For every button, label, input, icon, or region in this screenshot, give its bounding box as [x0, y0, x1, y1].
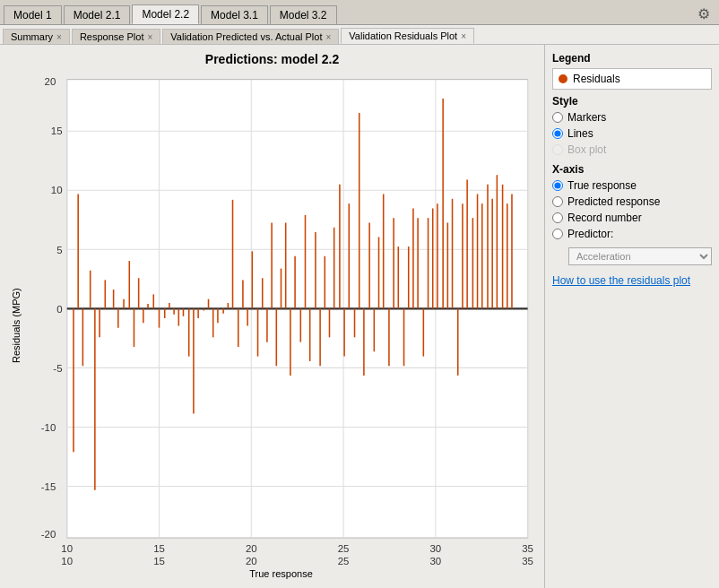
xaxis-true-response-label: True response [567, 179, 637, 192]
style-lines-option[interactable]: Lines [552, 127, 712, 140]
tab-validation-residuals[interactable]: Validation Residuals Plot × [341, 28, 474, 44]
svg-text:-5: -5 [53, 363, 62, 374]
main-content: Predictions: model 2.2 Residuals (MPG) [0, 45, 719, 588]
svg-text:10: 10 [61, 543, 73, 554]
xaxis-record-number-radio[interactable] [552, 212, 563, 223]
xaxis-radio-group: True response Predicted response Record … [552, 179, 712, 265]
model-tab-1[interactable]: Model 1 [4, 5, 62, 24]
sub-tab-bar: Summary × Response Plot × Validation Pre… [0, 25, 719, 45]
chart-wrapper: Residuals (MPG) [7, 70, 537, 581]
gear-icon[interactable]: ⚙ [692, 4, 715, 24]
help-link[interactable]: How to use the residuals plot [552, 274, 712, 287]
xaxis-predictor-radio[interactable] [552, 229, 563, 239]
legend-residuals-dot [559, 74, 567, 83]
svg-text:25: 25 [338, 556, 350, 566]
tab-validation-predicted-label: Validation Predicted vs. Actual Plot [170, 31, 322, 42]
legend-box: Residuals [552, 68, 712, 90]
model-tab-2-2[interactable]: Model 2.2 [132, 4, 199, 24]
xaxis-title: X-axis [552, 163, 712, 176]
svg-text:15: 15 [153, 556, 165, 566]
svg-text:5: 5 [56, 244, 62, 255]
style-boxplot-option[interactable]: Box plot [552, 143, 712, 156]
tab-response-plot[interactable]: Response Plot × [72, 29, 160, 44]
xaxis-predictor-label: Predictor: [567, 228, 613, 240]
svg-text:-15: -15 [41, 481, 56, 492]
svg-text:35: 35 [522, 543, 533, 554]
tab-summary-label: Summary [11, 31, 53, 42]
style-section: Style Markers Lines Box plot [552, 95, 712, 156]
tab-summary-close[interactable]: × [56, 32, 62, 42]
style-lines-radio[interactable] [552, 128, 563, 139]
tab-validation-residuals-label: Validation Residuals Plot [349, 30, 457, 41]
svg-text:35: 35 [522, 556, 533, 566]
y-axis-label: Residuals (MPG) [7, 70, 25, 581]
svg-text:-20: -20 [41, 529, 56, 540]
svg-text:30: 30 [429, 543, 441, 554]
svg-text:25: 25 [338, 543, 350, 554]
tab-response-plot-label: Response Plot [80, 31, 144, 42]
predictor-dropdown-row: Acceleration [568, 247, 712, 265]
model-tab-2-1[interactable]: Model 2.1 [64, 5, 131, 24]
svg-text:20: 20 [45, 76, 56, 87]
xaxis-predicted-response-label: Predicted response [567, 195, 660, 208]
svg-text:20: 20 [246, 556, 257, 566]
svg-text:20: 20 [246, 543, 257, 554]
svg-text:15: 15 [153, 543, 165, 554]
svg-text:15: 15 [51, 125, 63, 136]
style-radio-group: Markers Lines Box plot [552, 111, 712, 156]
tab-validation-residuals-close[interactable]: × [461, 31, 466, 41]
xaxis-predicted-response-option[interactable]: Predicted response [552, 195, 712, 208]
svg-text:0: 0 [56, 303, 62, 314]
style-markers-radio[interactable] [552, 112, 563, 123]
style-markers-option[interactable]: Markers [552, 111, 712, 124]
model-tab-bar: Model 1 Model 2.1 Model 2.2 Model 3.1 Mo… [0, 0, 719, 25]
x-axis-label: True response [25, 566, 537, 581]
tab-summary[interactable]: Summary × [3, 29, 70, 44]
xaxis-true-response-radio[interactable] [552, 180, 563, 191]
chart-area: Predictions: model 2.2 Residuals (MPG) [0, 45, 544, 588]
legend-section: Legend Residuals [552, 52, 712, 90]
predictor-dropdown[interactable]: Acceleration [568, 247, 712, 265]
chart-svg: 0 5 10 15 20 -5 -10 -15 -20 10 15 [25, 70, 537, 566]
svg-text:30: 30 [429, 556, 441, 566]
xaxis-true-response-option[interactable]: True response [552, 179, 712, 192]
right-panel: Legend Residuals Style Markers Lines [544, 45, 719, 588]
xaxis-record-number-label: Record number [567, 212, 642, 224]
style-title: Style [552, 95, 712, 108]
xaxis-predicted-response-radio[interactable] [552, 196, 563, 207]
svg-text:10: 10 [61, 556, 73, 566]
chart-title: Predictions: model 2.2 [7, 52, 537, 66]
chart-container: 0 5 10 15 20 -5 -10 -15 -20 10 15 [25, 70, 537, 581]
style-boxplot-radio [552, 144, 563, 155]
style-boxplot-label: Box plot [567, 143, 606, 156]
tab-validation-predicted[interactable]: Validation Predicted vs. Actual Plot × [162, 29, 339, 44]
xaxis-predictor-option[interactable]: Predictor: [552, 228, 712, 240]
main-window: Model 1 Model 2.1 Model 2.2 Model 3.1 Mo… [0, 0, 719, 588]
model-tab-3-2[interactable]: Model 3.2 [270, 5, 337, 24]
tab-validation-predicted-close[interactable]: × [325, 32, 331, 42]
svg-text:10: 10 [51, 185, 63, 195]
style-lines-label: Lines [567, 127, 593, 140]
legend-residuals-label: Residuals [573, 73, 620, 85]
legend-title: Legend [552, 52, 712, 65]
model-tab-3-1[interactable]: Model 3.1 [201, 5, 268, 24]
xaxis-section: X-axis True response Predicted response … [552, 163, 712, 265]
xaxis-record-number-option[interactable]: Record number [552, 212, 712, 224]
svg-text:-10: -10 [41, 422, 56, 433]
style-markers-label: Markers [567, 111, 606, 124]
chart-svg-area: 0 5 10 15 20 -5 -10 -15 -20 10 15 [25, 70, 537, 566]
tab-response-plot-close[interactable]: × [147, 32, 152, 42]
